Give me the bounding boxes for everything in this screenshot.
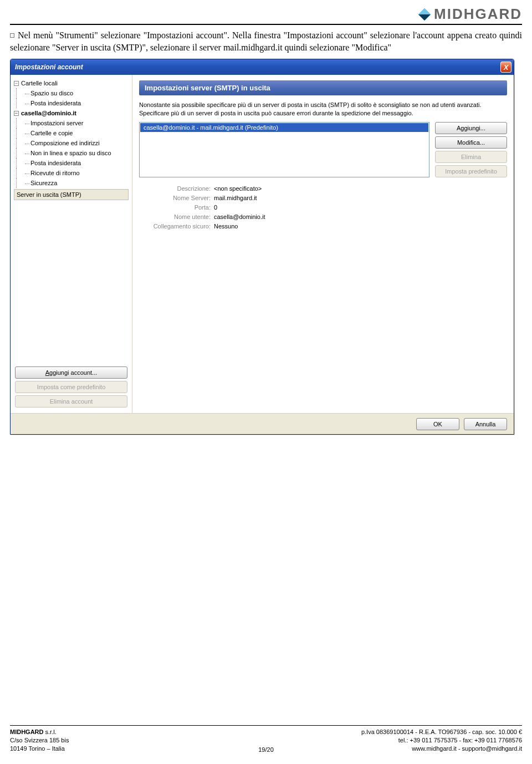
tree-junk-acct[interactable]: Posta indesiderata	[14, 158, 129, 168]
logo-text: MIDHGARD	[434, 6, 522, 23]
tree-local-folders[interactable]: −Cartelle locali	[14, 78, 129, 88]
settings-dialog: Impostazioni account X −Cartelle locali …	[10, 59, 514, 435]
collapse-icon[interactable]: −	[14, 81, 19, 86]
tree-server-settings[interactable]: Impostazioni server	[14, 118, 129, 128]
smtp-settings-pane: Impostazioni server (SMTP) in uscita Non…	[132, 75, 514, 413]
add-account-button[interactable]: AAggiungi account...ggiungi account...	[15, 366, 127, 379]
footer-addr2: 10149 Torino – Italia	[10, 745, 65, 752]
tree-account[interactable]: −casella@dominio.it	[14, 108, 129, 118]
user-label: Nome utente:	[139, 213, 214, 220]
tree-copies[interactable]: Cartelle e copie	[14, 128, 129, 138]
desc-label: Descrizione:	[139, 185, 214, 192]
smtp-server-list[interactable]: casella@dominio.it - mail.midhgard.it (P…	[139, 122, 429, 177]
secure-label: Collegamento sicuro:	[139, 223, 214, 230]
smtp-add-button[interactable]: Aggiungi...	[435, 122, 507, 134]
footer-company-suffix: s.r.l.	[44, 729, 57, 735]
collapse-icon[interactable]: −	[14, 111, 19, 116]
accounts-tree-pane: −Cartelle locali Spazio su disco Posta i…	[11, 75, 132, 413]
tree-disk-space[interactable]: Spazio su disco	[14, 88, 129, 98]
delete-account-button: Elimina account	[15, 395, 127, 408]
logo-diamond-icon	[417, 7, 432, 22]
instruction-text: Nel menù "Strumenti" selezionare "Impost…	[10, 30, 522, 52]
cancel-button[interactable]: Annulla	[464, 418, 507, 430]
bullet-icon	[10, 33, 14, 38]
tree-receipts[interactable]: Ricevute di ritorno	[14, 168, 129, 178]
ok-button[interactable]: OK	[416, 418, 459, 430]
tree-junk-local[interactable]: Posta indesiderata	[14, 98, 129, 108]
smtp-details: Descrizione:<non specificato> Nome Serve…	[139, 184, 507, 231]
info-text: Nonostante sia possibile specificare più…	[139, 101, 507, 118]
page-header: MIDHGARD	[10, 6, 522, 25]
dialog-titlebar[interactable]: Impostazioni account X	[11, 59, 514, 75]
svg-marker-2	[418, 14, 431, 21]
server-label: Nome Server:	[139, 195, 214, 201]
close-icon[interactable]: X	[500, 62, 511, 73]
footer-addr1: C/so Svizzera 185 bis	[10, 737, 69, 743]
secure-value: Nessuno	[214, 223, 238, 230]
page-number: 19/20	[244, 746, 288, 753]
tree-security[interactable]: Sicurezza	[14, 178, 129, 188]
dialog-title: Impostazioni account	[15, 63, 83, 71]
desc-value: <non specificato>	[214, 185, 262, 192]
footer-piva: p.Iva 08369100014 - R.E.A. TO967936 - ca…	[361, 729, 522, 735]
smtp-set-default-button: Imposta predefinito	[435, 165, 507, 177]
server-value: mail.midhgard.it	[214, 195, 257, 201]
set-default-account-button: Imposta come predefinito	[15, 381, 127, 393]
smtp-edit-button[interactable]: Modifica...	[435, 136, 507, 149]
tree-compose[interactable]: Composizione ed indirizzi	[14, 138, 129, 148]
dialog-footer: OK Annulla	[11, 413, 514, 434]
section-header: Impostazioni server (SMTP) in uscita	[139, 80, 507, 95]
svg-marker-1	[418, 8, 431, 14]
smtp-delete-button: Elimina	[435, 151, 507, 163]
tree-offline[interactable]: Non in linea e spazio su disco	[14, 148, 129, 158]
user-value: casella@dominio.it	[214, 213, 265, 220]
footer-tel: tel.: +39 011 7575375 - fax: +39 011 776…	[398, 737, 522, 743]
port-label: Porta:	[139, 204, 214, 211]
tree-smtp-selected[interactable]: Server in uscita (SMTP)	[14, 189, 129, 200]
logo: MIDHGARD	[417, 6, 522, 23]
footer-company: MIDHGARD	[10, 729, 44, 735]
page-footer: MIDHGARD s.r.l. C/so Svizzera 185 bis 10…	[10, 725, 522, 753]
smtp-server-item-selected[interactable]: casella@dominio.it - mail.midhgard.it (P…	[140, 123, 428, 132]
instruction-paragraph: Nel menù "Strumenti" selezionare "Impost…	[10, 29, 522, 53]
footer-web: www.midhgard.it - supporto@midhgard.it	[412, 745, 522, 752]
accounts-tree[interactable]: −Cartelle locali Spazio su disco Posta i…	[13, 78, 130, 362]
port-value: 0	[214, 204, 217, 211]
